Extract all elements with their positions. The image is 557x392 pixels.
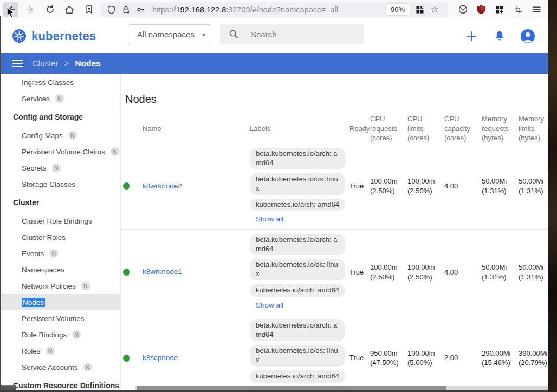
label-chip: kubernetes.io/arch: amd64 (250, 284, 345, 297)
app-menu-button[interactable] (529, 2, 544, 17)
node-row-k8wrknode1: k8wrknode1 beta.kubernetes.io/arch: amd6… (121, 230, 548, 316)
sidebar-item-nodes[interactable]: Nodes (0, 294, 120, 310)
url-host: 192.168.122.8 (176, 5, 226, 14)
namespace-selector[interactable]: All namespaces ▾ (128, 24, 211, 44)
breadcrumb-parent[interactable]: Cluster (33, 58, 59, 68)
label-chip: beta.kubernetes.io/arch: amd64 (250, 234, 345, 256)
nav-menu-button[interactable] (12, 60, 23, 67)
ready-cell: True (349, 181, 370, 191)
sidebar-item-cluster-roles[interactable]: Cluster Roles (0, 229, 120, 245)
cpu-capacity-cell: 2.00 (444, 353, 482, 363)
sidebar-item-persistent-volume-claims[interactable]: Persistent Volume Claims N (0, 143, 120, 160)
toolbar-right-icons (455, 2, 547, 17)
extension-grid-icon[interactable] (414, 4, 426, 15)
column-header-ready[interactable]: Ready (349, 124, 370, 134)
memory-requests-cell: 50.00Mi (1.31%) (482, 177, 519, 195)
home-button[interactable] (62, 2, 77, 17)
screenshot-button[interactable] (510, 2, 526, 17)
label-chip: beta.kubernetes.io/arch: amd64 (250, 148, 345, 169)
tracking-protection-shield-icon[interactable] (105, 4, 117, 15)
column-header-name[interactable]: Name (143, 124, 250, 134)
sidebar-item-ingress-classes[interactable]: Ingress Classes (0, 74, 120, 90)
bookmarks-toolbar-button[interactable] (81, 2, 96, 17)
table-header-row: Name Labels Ready CPU requests (cores) C… (121, 114, 548, 143)
column-header-cpu-capacity[interactable]: CPU capacity (cores) (444, 114, 482, 143)
extensions-button[interactable] (492, 2, 507, 17)
kubernetes-logo-icon (12, 29, 27, 43)
pocket-button[interactable] (455, 2, 470, 17)
header-actions (464, 19, 535, 53)
breadcrumb-separator: > (64, 58, 69, 68)
namespaced-badge: N (46, 347, 55, 355)
namespaced-badge: N (52, 164, 61, 172)
back-arrow-icon (5, 4, 16, 15)
insecure-lock-icon[interactable] (120, 4, 132, 15)
cpu-limits-cell: 100.00m (2.50%) (407, 177, 444, 195)
ublock-origin-button[interactable] (474, 2, 489, 17)
password-key-icon[interactable] (134, 4, 146, 15)
column-header-memory-limits[interactable]: Memory limits (bytes) (519, 114, 548, 143)
kubernetes-brand[interactable]: kubernetes (12, 29, 96, 43)
sidebar-item-persistent-volumes[interactable]: Persistent Volumes (0, 310, 120, 326)
sidebar-section-cluster: Cluster (0, 194, 120, 211)
sidebar-item-storage-classes[interactable]: Storage Classes (0, 176, 120, 192)
node-name-link[interactable]: k8wrknode1 (143, 267, 182, 276)
horizontal-scrollbar[interactable] (135, 386, 548, 390)
window-left-border (0, 16, 1, 392)
app-header: kubernetes All namespaces ▾ Search (0, 19, 548, 53)
node-name-link[interactable]: k8wrknode2 (143, 182, 182, 190)
cpu-capacity-cell: 4.00 (444, 267, 482, 277)
reload-icon (45, 4, 55, 15)
breadcrumb: Cluster > Nodes (33, 58, 101, 68)
label-chip: beta.kubernetes.io/os: linux (250, 173, 345, 195)
bell-icon (493, 30, 506, 43)
page-body: Ingress Classes Services N Config and St… (0, 74, 548, 392)
forward-button[interactable] (23, 2, 38, 17)
node-row-k8scpnode: k8scpnode beta.kubernetes.io/arch: amd64… (121, 315, 548, 392)
show-all-link[interactable]: Show all (256, 214, 283, 224)
label-chip: beta.kubernetes.io/os: linux (250, 345, 345, 367)
zoom-level-indicator[interactable]: 90% (386, 4, 410, 15)
sidebar: Ingress Classes Services N Config and St… (0, 74, 121, 392)
sidebar-section-config-and-storage: Config and Storage (0, 109, 120, 125)
sidebar-item-secrets[interactable]: Secrets N (0, 160, 120, 176)
namespaced-badge: N (81, 282, 90, 290)
create-resource-button[interactable] (464, 29, 479, 44)
url-text[interactable]: https://192.168.122.8:32709/#/node?names… (152, 5, 381, 14)
namespaced-badge: N (49, 249, 58, 258)
cpu-requests-cell: 100.00m (2.50%) (370, 177, 407, 195)
show-all-link[interactable]: Show all (256, 300, 283, 310)
horizontal-scrollbar-thumb[interactable] (137, 386, 446, 390)
column-header-cpu-requests[interactable]: CPU requests (cores) (370, 114, 407, 143)
sidebar-item-events[interactable]: Events N (0, 245, 120, 262)
sidebar-item-config-maps[interactable]: Config Maps N (0, 127, 120, 143)
sidebar-item-service-accounts[interactable]: Service Accounts N (0, 359, 120, 375)
column-header-labels[interactable]: Labels (250, 124, 349, 134)
bookmark-star-icon[interactable]: ☆ (429, 4, 441, 15)
notifications-button[interactable] (492, 29, 507, 44)
ready-cell: True (349, 353, 370, 363)
url-bar[interactable]: https://192.168.122.8:32709/#/node?names… (101, 2, 448, 17)
back-button[interactable] (3, 2, 18, 17)
sidebar-item-roles[interactable]: Roles N (0, 343, 120, 359)
reload-button[interactable] (42, 2, 57, 17)
column-header-cpu-limits[interactable]: CPU limits (cores) (407, 114, 444, 143)
nodes-table-body: k8wrknode2 beta.kubernetes.io/arch: amd6… (121, 143, 548, 392)
bookmark-ribbon-icon (84, 4, 94, 15)
page-title: Nodes (121, 74, 548, 114)
memory-limits-cell: 50.00Mi (1.31%) (519, 177, 548, 195)
column-header-memory-requests[interactable]: Memory requests (bytes) (482, 114, 519, 143)
sidebar-item-namespaces[interactable]: Namespaces (0, 262, 120, 278)
sidebar-item-services[interactable]: Services N (0, 90, 120, 107)
plus-icon (465, 30, 477, 42)
sidebar-item-cluster-role-bindings[interactable]: Cluster Role Bindings (0, 213, 120, 229)
memory-requests-cell: 50.00Mi (1.31%) (482, 263, 519, 282)
url-path: :32709/#/node?namespace=_all (226, 5, 338, 14)
node-name-link[interactable]: k8scpnode (143, 354, 178, 362)
desktop-background (548, 0, 557, 392)
sidebar-item-role-bindings[interactable]: Role Bindings N (0, 326, 120, 343)
cpu-capacity-cell: 4.00 (444, 181, 482, 191)
account-button[interactable] (520, 29, 535, 44)
search-input[interactable]: Search (220, 24, 364, 44)
sidebar-item-network-policies[interactable]: Network Policies N (0, 278, 120, 294)
